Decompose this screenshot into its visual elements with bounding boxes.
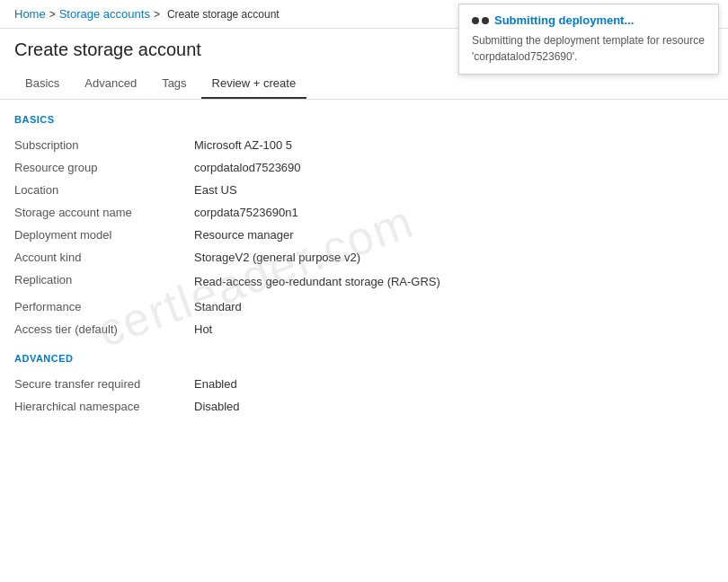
field-value-performance: Standard — [194, 300, 242, 313]
field-label-deployment-model: Deployment model — [14, 228, 194, 242]
notification-body: Submitting the deployment template for r… — [472, 32, 706, 65]
breadcrumb-home[interactable]: Home — [14, 7, 46, 21]
field-label-secure-transfer: Secure transfer required — [14, 377, 194, 391]
table-row: Replication Read-access geo-redundant st… — [14, 269, 714, 295]
advanced-header: ADVANCED — [14, 353, 714, 364]
table-row: Deployment model Resource manager — [14, 224, 714, 246]
breadcrumb-sep2: > — [154, 8, 160, 21]
table-row: Storage account name corpdata7523690n1 — [14, 201, 714, 224]
notification-bar: Submitting deployment... Submitting the … — [458, 4, 719, 75]
tab-basics[interactable]: Basics — [14, 69, 70, 99]
field-label-hierarchical-namespace: Hierarchical namespace — [14, 400, 194, 413]
table-row: Location East US — [14, 179, 714, 201]
field-value-location: East US — [194, 183, 237, 197]
breadcrumb-storage-accounts[interactable]: Storage accounts — [59, 7, 150, 21]
breadcrumb-current: Create storage account — [167, 8, 280, 21]
field-value-replication: Read-access geo-redundant storage (RA-GR… — [194, 273, 440, 291]
field-value-deployment-model: Resource manager — [194, 228, 294, 242]
table-row: Secure transfer required Enabled — [14, 373, 714, 395]
field-label-subscription: Subscription — [14, 138, 194, 152]
field-value-storage-account-name: corpdata7523690n1 — [194, 206, 298, 219]
table-row: Performance Standard — [14, 295, 714, 318]
table-row: Resource group corpdatalod7523690 — [14, 156, 714, 179]
field-value-resource-group: corpdatalod7523690 — [194, 161, 301, 174]
field-label-location: Location — [14, 183, 194, 197]
field-label-replication: Replication — [14, 273, 194, 291]
notification-title: Submitting deployment... — [472, 13, 706, 27]
tab-review-create[interactable]: Review + create — [201, 69, 307, 99]
notification-icon — [472, 17, 489, 24]
field-label-storage-account-name: Storage account name — [14, 206, 194, 219]
basics-header: BASICS — [14, 114, 714, 125]
table-row: Access tier (default) Hot — [14, 318, 714, 340]
table-row: Subscription Microsoft AZ-100 5 — [14, 134, 714, 156]
field-value-access-tier: Hot — [194, 322, 212, 336]
field-value-hierarchical-namespace: Disabled — [194, 400, 240, 413]
tab-tags[interactable]: Tags — [151, 69, 197, 99]
field-value-subscription: Microsoft AZ-100 5 — [194, 138, 292, 152]
main-content: certleader.com BASICS Subscription Micro… — [0, 114, 728, 418]
field-value-account-kind: StorageV2 (general purpose v2) — [194, 251, 360, 264]
table-row: Hierarchical namespace Disabled — [14, 395, 714, 418]
basics-section: BASICS Subscription Microsoft AZ-100 5 R… — [14, 114, 714, 340]
table-row: Account kind StorageV2 (general purpose … — [14, 246, 714, 269]
field-label-account-kind: Account kind — [14, 251, 194, 264]
field-label-resource-group: Resource group — [14, 161, 194, 174]
advanced-section: ADVANCED Secure transfer required Enable… — [14, 353, 714, 418]
field-value-secure-transfer: Enabled — [194, 377, 237, 391]
breadcrumb-sep1: > — [49, 8, 56, 21]
tab-advanced[interactable]: Advanced — [74, 69, 147, 99]
field-label-access-tier: Access tier (default) — [14, 322, 194, 336]
field-label-performance: Performance — [14, 300, 194, 313]
